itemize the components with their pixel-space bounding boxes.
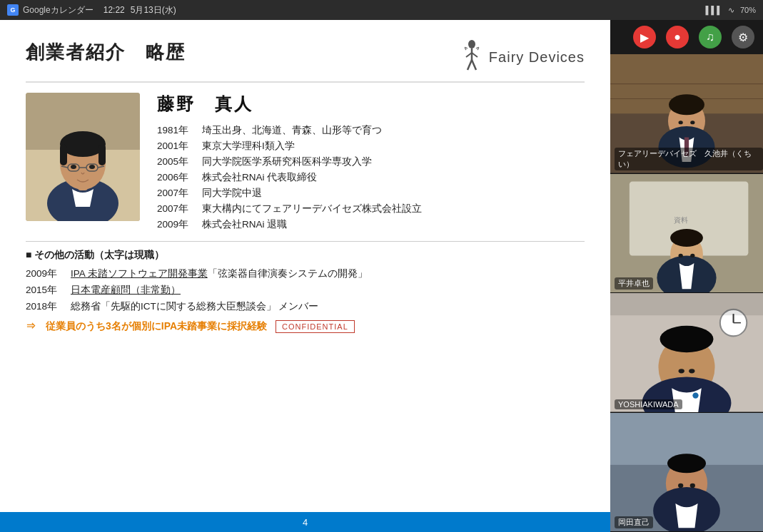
presentation-slide: 創業者紹介 略歴 Fairy Devices <box>0 20 610 512</box>
speaker-button[interactable]: ♫ <box>699 26 722 48</box>
career-item: 2007年 同大学院中退 <box>157 187 585 200</box>
svg-line-5 <box>472 60 476 70</box>
video-button[interactable]: ▶ <box>633 26 656 48</box>
career-item: 2005年 同大学院医学系研究科医科学専攻入学 <box>157 155 585 168</box>
fairy-logo-icon <box>460 40 483 74</box>
svg-point-48 <box>692 392 698 398</box>
participant-panel-1: フェアリーデバイセズ 久池井（くちい） <box>610 54 763 174</box>
career-list: 1981年 埼玉出身、北海道、青森、山形等で育つ 2001年 東京大学理科I類入… <box>157 124 585 231</box>
speaker-icon: ♫ <box>706 31 714 44</box>
slide-header: 創業者紹介 略歴 Fairy Devices <box>26 40 585 83</box>
wifi-icon: ∿ <box>728 6 734 15</box>
person-photo <box>26 93 140 221</box>
participant-1-label: フェアリーデバイセズ 久池井（くちい） <box>615 148 763 170</box>
svg-point-50 <box>689 369 694 373</box>
page-number: 4 <box>303 517 308 528</box>
career-item: 2007年 東大構内にてフェアリーデバイセズ株式会社設立 <box>157 203 585 215</box>
slide-title: 創業者紹介 略歴 <box>26 40 186 65</box>
google-calendar-icon: G <box>7 4 19 16</box>
clock-date: 5月13日(水) <box>131 4 176 16</box>
svg-point-38 <box>679 253 683 257</box>
app-name-label: Googleカレンダー <box>23 4 94 16</box>
mic-button[interactable]: ● <box>666 26 689 48</box>
settings-button[interactable]: ⚙ <box>732 26 754 48</box>
svg-point-57 <box>690 483 695 487</box>
svg-point-27 <box>669 94 704 115</box>
svg-point-20 <box>71 165 76 169</box>
svg-point-36 <box>670 229 703 247</box>
svg-point-54 <box>667 454 706 473</box>
career-item: 1981年 埼玉出身、北海道、青森、山形等で育つ <box>157 124 585 137</box>
participant-panel-2: 資料 平井卓也 <box>610 174 763 294</box>
participant-video-3 <box>610 293 763 412</box>
top-bar: G Googleカレンダー 12:22 5月13日(水) ▌▌▌ ∿ 70% <box>0 0 763 20</box>
activities-title: ■ その他の活動（太字は現職） <box>26 249 585 262</box>
career-item: 2009年 株式会社RNAi 退職 <box>157 218 585 231</box>
activity-item-3: 2018年 総務省「先駆的ICTに関する総務大臣懇談会」 メンバー <box>26 300 585 313</box>
svg-point-56 <box>678 483 683 487</box>
svg-point-0 <box>468 40 475 48</box>
participant-video-4 <box>610 413 763 532</box>
participant-panel-4: 岡田直己 <box>610 413 763 533</box>
person-name: 藤野 真人 <box>157 93 585 116</box>
company-logo: Fairy Devices <box>460 40 585 74</box>
signal-icon: ▌▌▌ <box>706 6 722 14</box>
svg-rect-14 <box>98 144 106 165</box>
participant-video-2: 資料 <box>610 174 763 293</box>
participant-3-label: YOSHIAKIWADA <box>615 399 682 409</box>
slide-body: 藤野 真人 1981年 埼玉出身、北海道、青森、山形等で育つ 2001年 東京大… <box>26 93 585 231</box>
svg-point-49 <box>679 369 684 373</box>
slide-bottom-bar: 4 <box>0 512 610 532</box>
career-item: 2001年 東京大学理科I類入学 <box>157 140 585 153</box>
person-info: 藤野 真人 1981年 埼玉出身、北海道、青森、山形等で育つ 2001年 東京大… <box>157 93 585 231</box>
highlight-row: ⇒ 従業員のうち3名が個別にIPA未踏事業に採択経験 CONFIDENTIAL <box>26 320 585 333</box>
google-calendar-app: G Googleカレンダー <box>7 4 94 16</box>
clock-time: 12:22 <box>103 5 125 15</box>
svg-text:資料: 資料 <box>674 215 688 223</box>
confidential-badge: CONFIDENTIAL <box>276 320 355 333</box>
participant-4-label: 岡田直己 <box>615 516 653 528</box>
status-icons: ▌▌▌ ∿ 70% <box>706 6 756 15</box>
svg-point-45 <box>660 326 714 352</box>
logo-text: Fairy Devices <box>489 49 585 66</box>
participants-sidebar: ▶ ● ♫ ⚙ <box>610 20 763 532</box>
svg-line-4 <box>468 60 472 70</box>
battery-label: 70% <box>740 6 756 14</box>
career-item: 2006年 株式会社RNAi 代表取締役 <box>157 171 585 184</box>
person-photo-svg <box>26 93 140 221</box>
sidebar-toolbar[interactable]: ▶ ● ♫ ⚙ <box>610 20 763 54</box>
svg-rect-13 <box>60 144 67 165</box>
svg-point-39 <box>690 253 694 257</box>
svg-rect-47 <box>610 293 763 315</box>
activity-item-2: 2015年 日本電産顧問（非常勤） <box>26 284 585 297</box>
participant-2-label: 平井卓也 <box>615 277 653 290</box>
main-video-area: 創業者紹介 略歴 Fairy Devices <box>0 20 610 532</box>
highlight-text: ⇒ 従業員のうち3名が個別にIPA未踏事業に採択経験 <box>26 320 267 333</box>
video-icon: ▶ <box>640 31 649 44</box>
activities-section: ■ その他の活動（太字は現職） 2009年 IPA 未踏ソフトウェア開発事業「弦… <box>26 241 585 333</box>
mic-icon: ● <box>674 31 681 44</box>
slide-content: 創業者紹介 略歴 Fairy Devices <box>0 20 610 512</box>
svg-point-31 <box>690 121 694 124</box>
activity-item-1: 2009年 IPA 未踏ソフトウェア開発事業「弦楽器自律演奏システムの開発」 <box>26 267 585 280</box>
svg-point-21 <box>89 165 95 169</box>
gear-icon: ⚙ <box>738 31 748 44</box>
svg-point-30 <box>679 121 683 124</box>
participant-panel-3: YOSHIAKIWADA <box>610 293 763 413</box>
